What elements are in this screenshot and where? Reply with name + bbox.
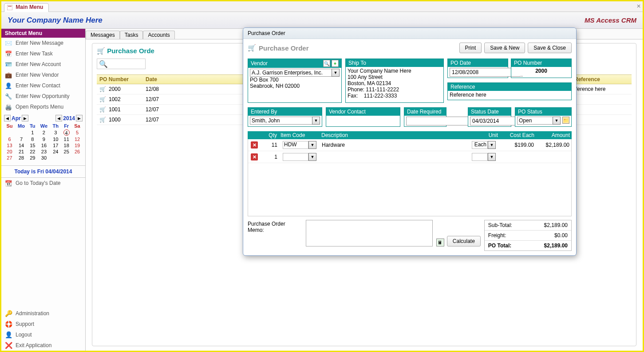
content-area: Messages Tasks Accounts 🛒 Purchase Orde … bbox=[86, 29, 643, 351]
sidebar-item-support[interactable]: 🛟Support bbox=[1, 319, 85, 329]
cal-month: Apr bbox=[12, 115, 21, 121]
user-icon: 👤 bbox=[5, 331, 12, 338]
reports-icon: 🖨️ bbox=[5, 103, 12, 110]
subtotal-value: $2,189.00 bbox=[544, 222, 568, 228]
po-date-input[interactable] bbox=[450, 68, 521, 77]
purchase-order-dialog: Purchase Order 🛒Purchase Order Print Sav… bbox=[243, 27, 577, 256]
calendar-grid[interactable]: SuMoTuWeThFrSa 12345 6789101112 13141516… bbox=[4, 123, 83, 161]
calculate-button[interactable]: Calculate bbox=[447, 236, 481, 246]
key-icon: 🔑 bbox=[5, 310, 12, 317]
po-dialog-icon: 🛒 bbox=[248, 44, 256, 52]
line-items-header: Qty Item Code Description Unit Cost Each… bbox=[248, 131, 572, 139]
memo-label: Purchase Order Memo: bbox=[248, 220, 302, 233]
po-number-value: 2000 bbox=[511, 67, 571, 76]
sidebar-item-admin[interactable]: 🔑Administration bbox=[1, 308, 85, 319]
status-date-section: Status Date bbox=[468, 107, 511, 127]
calculator-icon[interactable]: 🖩 bbox=[436, 239, 444, 246]
mdi-tab-label: Main Menu bbox=[16, 4, 43, 10]
save-close-button[interactable]: Save & Close bbox=[528, 43, 572, 53]
print-button[interactable]: Print bbox=[459, 43, 482, 53]
po-row-icon: 🛒 bbox=[99, 106, 106, 113]
task-icon: 📅 bbox=[5, 50, 12, 57]
item-code-dropdown[interactable]: ▼ bbox=[308, 141, 316, 149]
vendor-contact-section: Vendor Contact bbox=[326, 107, 400, 127]
unit-dropdown[interactable]: ▼ bbox=[488, 141, 496, 149]
sidebar-item-new-contact[interactable]: 👤Enter New Contact bbox=[1, 80, 85, 91]
account-icon: 🪪 bbox=[5, 61, 12, 68]
reference-value[interactable]: Reference here bbox=[448, 91, 571, 100]
po-row-icon: 🛒 bbox=[99, 117, 106, 123]
unit-dropdown[interactable]: ▼ bbox=[488, 153, 496, 161]
vendor-dropdown[interactable]: ▼ bbox=[332, 69, 340, 77]
save-new-button[interactable]: Save & New bbox=[484, 43, 525, 53]
sidebar-item-new-vendor[interactable]: 💼Enter New Vendor bbox=[1, 70, 85, 80]
sidebar-item-new-opportunity[interactable]: 🔧Enter New Opportunity bbox=[1, 91, 85, 102]
entered-by-dropdown[interactable]: ▼ bbox=[312, 117, 320, 125]
cal-prev-month[interactable]: ◀ bbox=[4, 115, 11, 121]
vendor-icon: 💼 bbox=[5, 71, 12, 78]
exit-icon: ❌ bbox=[5, 342, 12, 349]
vendor-name[interactable]: A.J. Garrison Enterprises, Inc. bbox=[250, 69, 332, 77]
cal-prev-year[interactable]: ◀ bbox=[55, 115, 62, 121]
shortcut-menu-title: Shortcut Menu bbox=[1, 29, 85, 38]
sidebar-item-open-reports[interactable]: 🖨️Open Reports Menu bbox=[1, 102, 85, 112]
vendor-contact-value[interactable] bbox=[326, 116, 400, 125]
vendor-addr2: Seabrook, NH 02000 bbox=[250, 83, 340, 89]
go-to-today[interactable]: 📆Go to Today's Date bbox=[1, 178, 85, 188]
sidebar-item-exit[interactable]: ❌Exit Application bbox=[1, 340, 85, 351]
app-window: Main Menu ✕ Your Company Name Here MS Ac… bbox=[0, 0, 644, 352]
date-required-input[interactable] bbox=[406, 117, 477, 125]
line-item-row: ✕ 11 HDW▼ Hardware Each▼ $199.00 $2,189.… bbox=[248, 139, 571, 151]
svg-rect-0 bbox=[7, 5, 12, 10]
contact-icon: 👤 bbox=[5, 82, 12, 89]
vendor-search-icon[interactable]: 🔍 bbox=[323, 60, 330, 67]
svg-rect-1 bbox=[8, 6, 12, 7]
page-title: Purchase Orde bbox=[107, 47, 154, 55]
entered-by-value[interactable]: Smith, John bbox=[250, 117, 312, 125]
vendor-addr1: PO Box 700 bbox=[250, 77, 340, 83]
po-date-section: PO Date bbox=[447, 59, 508, 78]
vendor-add-icon[interactable]: + bbox=[332, 60, 339, 67]
shipto-section: Ship To Your Company Name Here 100 Any S… bbox=[345, 59, 444, 103]
po-number-section: PO Number 2000 bbox=[511, 59, 572, 78]
support-icon: 🛟 bbox=[5, 321, 12, 328]
status-folder-icon[interactable]: 📁 bbox=[562, 117, 569, 124]
cal-next-month[interactable]: ▶ bbox=[22, 115, 28, 121]
po-total-value: $2,189.00 bbox=[544, 242, 568, 249]
dialog-title: Purchase Order bbox=[243, 28, 576, 39]
entered-by-section: Entered By Smith, John▼ bbox=[248, 107, 322, 127]
sidebar-item-logout[interactable]: 👤Logout bbox=[1, 329, 85, 340]
message-icon: ✉️ bbox=[5, 39, 12, 47]
calendar-icon: 📆 bbox=[5, 180, 12, 187]
sidebar-item-new-message[interactable]: ✉️Enter New Message bbox=[1, 38, 85, 48]
totals-box: Sub-Total:$2,189.00 Freight:$0.00 PO Tot… bbox=[484, 220, 572, 251]
mdi-tab-main-menu[interactable]: Main Menu bbox=[4, 3, 49, 12]
today-label: Today is Fri 04/04/2014 bbox=[1, 165, 85, 178]
search-icon: 🔍 bbox=[99, 60, 108, 68]
close-icon[interactable]: ✕ bbox=[636, 3, 641, 9]
line-items-body: ✕ 11 HDW▼ Hardware Each▼ $199.00 $2,189.… bbox=[248, 139, 572, 216]
po-status-section: PO Status Open▼ 📁 bbox=[515, 107, 572, 127]
cal-next-year[interactable]: ▶ bbox=[76, 115, 83, 121]
po-row-icon: 🛒 bbox=[99, 86, 106, 92]
cal-year: 2014 bbox=[63, 115, 75, 121]
freight-value: $0.00 bbox=[554, 232, 568, 239]
po-status-value[interactable]: Open bbox=[517, 117, 553, 125]
po-search[interactable]: 🔍 bbox=[97, 59, 146, 69]
date-required-section: Date Required bbox=[404, 107, 446, 127]
delete-line-button[interactable]: ✕ bbox=[251, 141, 258, 149]
form-icon bbox=[7, 5, 12, 10]
sidebar-item-new-task[interactable]: 📅Enter New Task bbox=[1, 48, 85, 59]
item-code-dropdown[interactable]: ▼ bbox=[308, 153, 316, 161]
po-row-icon: 🛒 bbox=[99, 96, 106, 102]
po-icon: 🛒 bbox=[97, 47, 105, 55]
tab-accounts[interactable]: Accounts bbox=[143, 31, 174, 39]
mdi-tab-strip: Main Menu ✕ bbox=[1, 1, 643, 12]
vendor-section: Vendor 🔍 + A.J. Garrison Enterprises, In… bbox=[248, 59, 342, 103]
po-status-dropdown[interactable]: ▼ bbox=[553, 117, 561, 125]
memo-textarea[interactable] bbox=[306, 220, 433, 246]
sidebar-item-new-account[interactable]: 🪪Enter New Account bbox=[1, 59, 85, 70]
delete-line-button[interactable]: ✕ bbox=[251, 153, 258, 160]
tab-tasks[interactable]: Tasks bbox=[120, 31, 143, 39]
tab-messages[interactable]: Messages bbox=[86, 31, 120, 39]
